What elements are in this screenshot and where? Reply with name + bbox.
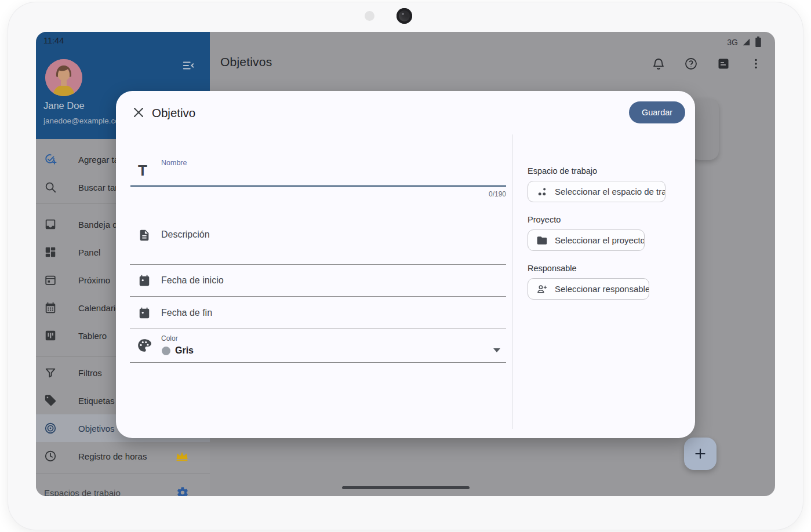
project-label: Proyecto: [528, 215, 561, 224]
signal-icon: [741, 37, 751, 47]
name-field-underline[interactable]: [130, 185, 506, 187]
add-task-icon: [44, 153, 57, 166]
start-date-placeholder[interactable]: Fecha de inicio: [161, 275, 224, 286]
plus-icon: [693, 446, 708, 461]
sidebar-item-label: Panel: [78, 247, 100, 257]
sidebar-item-label: Registro de horas: [78, 451, 147, 461]
appbar-actions: [652, 57, 763, 71]
name-char-counter: 0/190: [130, 190, 506, 198]
workspace-label: Espacio de trabajo: [528, 166, 597, 176]
color-selected-value[interactable]: Gris: [175, 345, 194, 356]
select-assignee-button[interactable]: Seleccionar responsable: [528, 278, 649, 300]
title-field-icon: T: [138, 162, 147, 180]
upcoming-calendar-icon: [44, 274, 57, 286]
dialog-divider-vertical: [512, 134, 512, 429]
user-name: Jane Doe: [43, 100, 85, 111]
field-divider: [130, 362, 506, 363]
start-date-icon: [138, 274, 152, 288]
sidebar-item-label: Filtros: [78, 368, 102, 378]
sidebar-item-label: Calendario: [78, 303, 121, 313]
dialog-title: Objetivo: [152, 106, 195, 120]
feedback-icon[interactable]: [717, 57, 730, 71]
name-field-label: Nombre: [161, 159, 187, 167]
filter-icon: [44, 366, 57, 379]
tag-icon: [44, 394, 57, 407]
user-email: janedoe@example.com: [43, 116, 126, 125]
workspaces-icon: [536, 186, 548, 198]
close-icon[interactable]: [132, 105, 146, 119]
status-time: 11:44: [43, 36, 64, 45]
network-label: 3G: [727, 38, 738, 47]
sidebar-item-label: Tablero: [78, 331, 107, 341]
select-assignee-label: Seleccionar responsable: [555, 284, 649, 294]
sidebar-footer-workspaces[interactable]: Espacios de trabajo: [36, 479, 210, 496]
ambient-sensor: [365, 11, 374, 21]
folder-icon: [536, 235, 548, 246]
assignee-label: Responsable: [528, 264, 577, 273]
workspaces-label: Espacios de trabajo: [44, 488, 176, 497]
gesture-navigation-bar[interactable]: [342, 486, 470, 489]
sidebar-item-label: Próximo: [78, 275, 110, 285]
save-button[interactable]: Guardar: [629, 101, 685, 123]
end-date-placeholder[interactable]: Fecha de fin: [161, 308, 212, 318]
select-project-label: Seleccionar el proyecto: [555, 235, 645, 245]
calendar-month-icon: [44, 301, 57, 314]
sidebar-item-label: Objetivos: [78, 424, 115, 433]
end-date-icon: [138, 307, 152, 320]
palette-icon: [137, 338, 151, 352]
status-bar-right: 3G: [727, 37, 762, 48]
add-goal-fab[interactable]: [684, 438, 717, 470]
premium-crown-icon: [175, 450, 189, 462]
field-divider: [130, 264, 506, 265]
description-placeholder[interactable]: Descripción: [161, 229, 210, 240]
field-divider: [130, 329, 506, 329]
select-project-button[interactable]: Seleccionar el proyecto: [528, 229, 645, 251]
description-icon: [138, 228, 152, 242]
more-vert-icon[interactable]: [749, 57, 763, 71]
help-icon[interactable]: [684, 57, 698, 71]
person-add-icon: [536, 283, 548, 295]
target-icon: [44, 422, 57, 435]
front-camera: [397, 8, 412, 24]
field-divider: [130, 296, 506, 297]
gear-icon[interactable]: [176, 486, 189, 496]
goal-dialog: Objetivo Guardar T Nombre 0/190 Descripc…: [116, 91, 695, 438]
select-workspace-button[interactable]: Seleccionar el espacio de trabajo: [528, 181, 665, 202]
color-field-label: Color: [161, 334, 178, 342]
notifications-icon[interactable]: [652, 57, 665, 71]
sidebar-item-time-log[interactable]: Registro de horas: [36, 442, 210, 470]
clock-icon: [44, 450, 57, 462]
kanban-board-icon: [44, 329, 57, 342]
battery-icon: [755, 37, 762, 48]
page-title: Objetivos: [220, 55, 272, 69]
select-workspace-label: Seleccionar el espacio de trabajo: [555, 187, 665, 196]
app-screen: Objetivos 3G: [36, 32, 775, 496]
collapse-drawer-icon[interactable]: [182, 59, 195, 72]
search-icon: [44, 181, 57, 194]
color-swatch-gray: [162, 347, 170, 355]
dashboard-icon: [44, 246, 57, 258]
chevron-down-icon[interactable]: [493, 348, 500, 352]
inbox-icon: [44, 218, 57, 231]
avatar[interactable]: [45, 59, 82, 96]
sidebar-item-label: Etiquetas: [78, 396, 115, 406]
tablet-mockup: Objetivos 3G: [0, 0, 811, 532]
divider: [36, 473, 210, 474]
